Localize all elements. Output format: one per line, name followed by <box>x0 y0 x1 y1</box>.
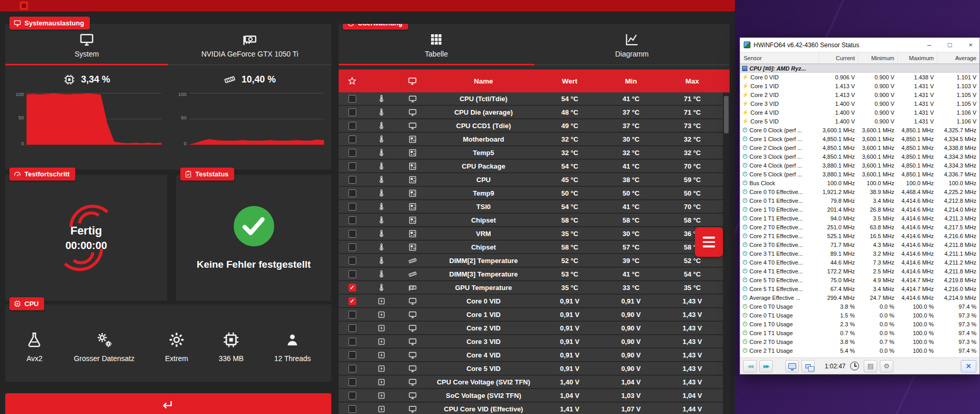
minimize-button[interactable]: – <box>920 38 938 52</box>
row-checkbox[interactable] <box>348 149 356 157</box>
tab-gpu[interactable]: NVIDIA GeForce GTX 1050 Ti <box>168 24 331 64</box>
row-checkbox[interactable] <box>348 257 356 265</box>
hwinfo-titlebar[interactable]: HWiNFO64 v6.42-4360 Sensor Status – □ × <box>740 38 979 52</box>
table-row[interactable]: DIMM[3] Temperature53 °C41 °C54 °C <box>339 268 723 281</box>
table-row[interactable]: Chipset58 °C57 °C58 °C <box>339 241 723 254</box>
row-checkbox[interactable] <box>348 311 356 319</box>
setting-instruction-set[interactable]: Avx2 <box>25 331 43 363</box>
table-row[interactable]: Core 3 VID0,91 V0,90 V1,43 V <box>339 335 723 349</box>
sensor-row[interactable]: Core 1 T0 Usage2.3 %0.0 %100.0 %97.3 % <box>740 320 979 328</box>
row-checkbox[interactable] <box>348 176 356 184</box>
row-checkbox[interactable] <box>348 108 356 116</box>
tab-system[interactable]: System <box>5 24 168 64</box>
row-checkbox[interactable] <box>348 95 356 103</box>
sensor-row[interactable]: Core 3 T0 Effective...71.7 MHz4.3 MHz4,4… <box>740 240 979 249</box>
maximize-button[interactable]: □ <box>941 38 959 52</box>
sensor-row[interactable]: Core 4 T0 Effective...44.6 MHz7.3 MHz4,4… <box>740 258 979 267</box>
table-row[interactable]: Temp950 °C50 °C50 °C <box>339 187 723 200</box>
row-checkbox[interactable] <box>348 162 356 170</box>
table-row[interactable]: CPU (Tctl/Tdie)54 °C41 °C71 °C <box>339 92 723 106</box>
table-row[interactable]: Core 5 VID0,91 V0,90 V1,43 V <box>339 362 723 376</box>
column-minimum[interactable]: Minimum <box>858 52 897 63</box>
sensor-row[interactable]: Core 3 T1 Effective...89.1 MHz3.2 MHz4,4… <box>740 249 979 258</box>
sensor-row[interactable]: Core 1 T0 Effective...201.4 MHz26.8 MHz4… <box>740 205 979 214</box>
table-row[interactable]: CPU Core VID (Effective)1,41 V1,07 V1,44… <box>339 403 723 414</box>
forward-button[interactable]: ▶▶ <box>759 360 773 372</box>
close-sensors-button[interactable]: × <box>961 360 976 372</box>
sensor-row[interactable]: Core 5 Clock (perf ...3,880.1 MHz3,600.1… <box>740 170 979 178</box>
row-checkbox[interactable]: ✓ <box>348 297 356 305</box>
table-row[interactable]: Chipset58 °C58 °C58 °C <box>339 214 723 227</box>
setting-memory[interactable]: 336 MB <box>219 331 244 363</box>
sensor-row[interactable]: Core 0 T0 Effective...1,921.2 MHz38.9 MH… <box>740 187 979 196</box>
row-checkbox[interactable] <box>348 338 356 346</box>
table-row[interactable]: CPU CCD1 (Tdie)49 °C37 °C73 °C <box>339 119 723 133</box>
sensor-row[interactable]: Core 2 T1 Usage5.4 %0.0 %100.0 %97.4 % <box>740 346 979 355</box>
table-row[interactable]: Core 4 VID0,91 V0,90 V1,43 V <box>339 349 723 362</box>
sensor-group-row[interactable]: CPU [#0]: AMD Ryz... <box>740 64 979 73</box>
table-row[interactable]: Temp532 °C32 °C32 °C <box>339 146 723 160</box>
sensor-row[interactable]: Core 3 Clock (perf ...4,850.1 MHz3,600.1… <box>740 152 979 161</box>
table-row[interactable]: ✓GPU Temperature35 °C33 °C35 °C <box>339 281 723 295</box>
monitor-toolbar-button[interactable] <box>785 360 799 372</box>
row-checkbox[interactable] <box>348 216 356 224</box>
sensor-row[interactable]: Core 4 VID1.400 V0.900 V1.431 V1.106 V <box>740 108 979 117</box>
row-checkbox[interactable] <box>348 230 356 238</box>
row-checkbox[interactable] <box>348 270 356 278</box>
sensor-row[interactable]: Core 1 T1 Effective...94.0 MHz3.5 MHz4,4… <box>740 214 979 223</box>
scrollbar-thumb[interactable] <box>724 96 729 133</box>
table-row[interactable]: SoC Voltage (SVI2 TFN)1,04 V1,03 V1,04 V <box>339 389 723 403</box>
tab-diagram[interactable]: Diagramm <box>534 24 730 64</box>
tab-table[interactable]: Tabelle <box>339 24 534 64</box>
back-button[interactable]: ◀◀ <box>743 360 757 372</box>
settings-button[interactable]: ⚙ <box>880 360 893 372</box>
table-row[interactable]: Motherboard32 °C30 °C32 °C <box>339 133 723 146</box>
table-row[interactable]: TSI054 °C41 °C70 °C <box>339 200 723 214</box>
table-row[interactable]: CPU Die (average)48 °C37 °C71 °C <box>339 106 723 119</box>
sensor-row[interactable]: Core 2 VID1.413 V0.900 V1.431 V1.105 V <box>740 90 979 99</box>
sensor-row[interactable]: Core 4 T1 Effective...172.2 MHz2.5 MHz4,… <box>740 267 979 275</box>
sensor-row[interactable]: Core 0 T0 Usage3.8 %0.0 %100.0 %97.4 % <box>740 302 979 311</box>
row-checkbox[interactable] <box>348 189 356 197</box>
setting-threads[interactable]: 12 Threads <box>274 331 311 363</box>
close-button[interactable]: × <box>962 38 979 52</box>
row-checkbox[interactable] <box>348 405 356 413</box>
sensor-row[interactable]: Core 5 VID1.400 V0.900 V1.431 V1.106 V <box>740 117 979 126</box>
row-checkbox[interactable] <box>348 135 356 143</box>
column-maximum[interactable]: Maximum <box>897 52 937 63</box>
row-checkbox[interactable] <box>348 324 356 332</box>
table-row[interactable]: CPU45 °C38 °C59 °C <box>339 173 723 187</box>
row-checkbox[interactable] <box>348 392 356 399</box>
column-sensor[interactable]: Sensor <box>740 55 818 61</box>
sensor-row[interactable]: Core 1 VID1.413 V0.900 V1.431 V1.103 V <box>740 81 979 90</box>
setting-data-set[interactable]: Grosser Datensatz <box>74 331 135 363</box>
column-current[interactable]: Current <box>818 52 858 63</box>
sensor-row[interactable]: Core 5 T1 Effective...67.4 MHz3.4 MHz4,4… <box>740 284 979 293</box>
sensor-row[interactable]: Core 2 T0 Effective...251.0 MHz63.8 MHz4… <box>740 223 979 231</box>
table-row[interactable]: VRM35 °C30 °C36 °C <box>339 227 723 241</box>
report-button[interactable]: ▤ <box>864 360 877 372</box>
sensor-row[interactable]: Core 0 VID0.906 V0.900 V1.438 V1.101 V <box>740 73 979 81</box>
table-row[interactable]: DIMM[2] Temperature52 °C39 °C52 °C <box>339 254 723 268</box>
sensor-row[interactable]: Core 5 T0 Effective...75.0 MHz4.9 MHz4,4… <box>740 275 979 284</box>
side-menu-button[interactable] <box>695 227 723 257</box>
row-checkbox[interactable] <box>348 351 356 359</box>
column-average[interactable]: Average <box>937 52 979 63</box>
sensor-row[interactable]: Core 0 T1 Usage1.5 %0.0 %100.0 %97.3 % <box>740 311 979 320</box>
sensor-row[interactable]: Bus Clock100.0 MHz100.0 MHz100.0 MHz100.… <box>740 178 979 187</box>
sensor-row[interactable]: Core 2 T0 Usage3.8 %0.7 %100.0 %97.3 % <box>740 337 979 346</box>
table-row[interactable]: CPU Package54 °C41 °C70 °C <box>339 160 723 173</box>
row-checkbox[interactable] <box>348 365 356 372</box>
sensor-row[interactable]: Core 4 Clock (perf ...3,880.1 MHz3,600.1… <box>740 161 979 170</box>
table-row[interactable]: Core 2 VID0,91 V0,90 V1,43 V <box>339 322 723 335</box>
row-checkbox[interactable] <box>348 243 356 251</box>
sensor-row[interactable]: Core 2 Clock (perf ...4,850.1 MHz3,600.1… <box>740 143 979 152</box>
run-test-button[interactable]: ↵ <box>5 393 331 414</box>
sensor-row[interactable]: Core 0 Clock (perf ...3,600.1 MHz3,600.1… <box>740 126 979 134</box>
sensor-row[interactable]: Average Effective ...299.4 MHz24.7 MHz4,… <box>740 293 979 302</box>
sensor-row[interactable]: Core 1 T1 Usage0.7 %0.0 %100.0 %97.4 % <box>740 328 979 337</box>
row-checkbox[interactable] <box>348 378 356 386</box>
sensor-row[interactable]: Core 3 VID1.400 V0.900 V1.431 V1.105 V <box>740 99 979 108</box>
dual-monitor-toolbar-button[interactable] <box>801 360 815 372</box>
table-row[interactable]: CPU Core Voltage (SVI2 TFN)1,40 V1,04 V1… <box>339 376 723 389</box>
